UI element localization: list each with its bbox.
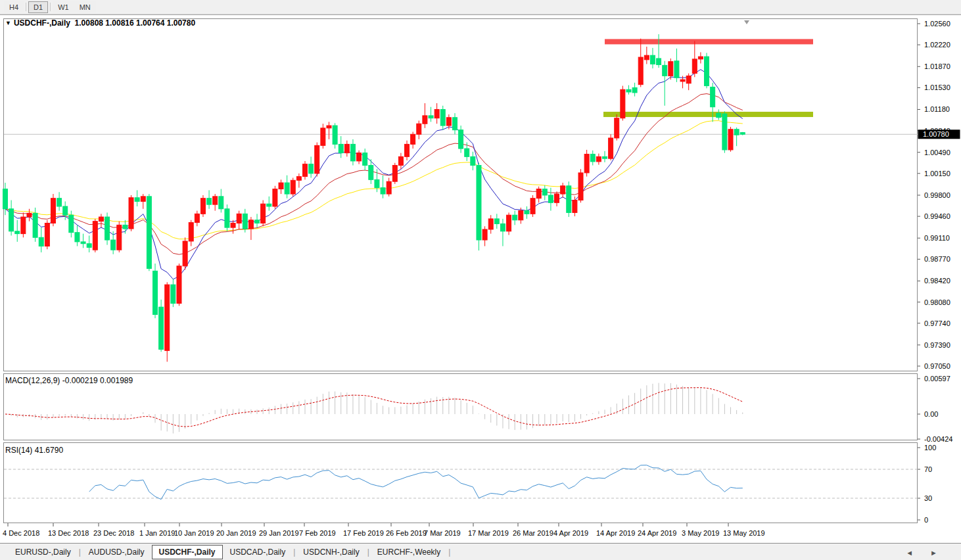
candle-body (296, 177, 301, 181)
candle[interactable] (303, 161, 308, 179)
time-axis-label: 4 Apr 2019 (553, 529, 588, 537)
price-axis-label: 1.00150 (924, 170, 950, 177)
candle[interactable] (51, 194, 55, 226)
candle-body (183, 241, 187, 266)
candle-body (590, 154, 595, 162)
candle-body (555, 194, 559, 202)
tab-usdcnh-daily[interactable]: USDCNH-,Daily (296, 545, 366, 559)
candle[interactable] (315, 143, 319, 177)
timeframe-button-h4[interactable]: H4 (4, 1, 24, 13)
candle-body (621, 89, 625, 118)
candle[interactable] (705, 53, 709, 88)
candle-body (15, 231, 20, 234)
price-axis-label: 1.02560 (924, 20, 950, 28)
candle[interactable] (615, 114, 619, 141)
candle[interactable] (177, 264, 181, 306)
candle[interactable] (45, 220, 49, 249)
rsi-axis[interactable]: 10070300 (918, 444, 936, 524)
scroll-left-icon[interactable]: ◄ (906, 549, 930, 557)
timeframe-button-w1[interactable]: W1 (53, 1, 74, 13)
price-axis[interactable]: 1.025601.022201.018701.015301.011801.008… (918, 20, 950, 370)
tab-audusd-daily[interactable]: AUDUSD-,Daily (82, 545, 152, 559)
candle-body (9, 209, 14, 231)
candle-body (398, 156, 403, 165)
candle[interactable] (392, 163, 397, 184)
candle[interactable] (477, 163, 481, 250)
time-axis-label: 23 Dec 2018 (93, 529, 134, 537)
time-axis-label: 29 Jan 2019 (259, 529, 299, 537)
candle-body (387, 181, 391, 194)
macd-axis[interactable]: 0.005970.00-0.00424 (918, 375, 952, 443)
candle[interactable] (165, 282, 170, 362)
candle-body (357, 153, 362, 161)
time-axis[interactable]: 4 Dec 201813 Dec 201823 Dec 20181 Jan 20… (3, 523, 765, 537)
tab-usdcad-daily[interactable]: USDCAD-,Daily (223, 545, 293, 559)
candle[interactable] (200, 195, 205, 217)
candle-body (525, 211, 529, 214)
resistance-line[interactable] (605, 39, 813, 44)
candle[interactable] (93, 219, 97, 252)
candle-body (459, 130, 463, 149)
candle-body (482, 229, 487, 240)
candle[interactable] (722, 111, 727, 152)
tab-scroll-arrows[interactable]: ◄► (906, 549, 954, 557)
scroll-right-icon[interactable]: ► (930, 549, 954, 557)
candle[interactable] (159, 300, 164, 352)
chart-canvas[interactable]: 1.025601.022201.018701.015301.011801.008… (0, 15, 961, 544)
chart-symbol-label: USDCHF-,Daily (14, 18, 70, 28)
candle[interactable] (273, 186, 277, 209)
candle-body (423, 116, 427, 124)
candle[interactable] (183, 237, 187, 269)
tab-separator: | (293, 548, 295, 557)
time-axis-label: 7 Feb 2019 (299, 529, 336, 537)
macd-axis-label: -0.00424 (924, 435, 952, 443)
candle[interactable] (153, 264, 158, 318)
chart-window[interactable]: ▼USDCHF-,Daily 1.00808 1.00816 1.00764 1… (0, 14, 961, 543)
tab-separator: | (367, 548, 369, 557)
candle[interactable] (291, 177, 295, 196)
macd-pane[interactable] (4, 374, 918, 440)
candle-body (536, 189, 541, 198)
price-axis-label: 0.99460 (924, 212, 950, 220)
timeframe-button-d1[interactable]: D1 (28, 1, 48, 13)
candle-body (603, 156, 607, 158)
candle[interactable] (105, 212, 110, 245)
candle-body (668, 62, 673, 76)
time-axis-label: 7 Mar 2019 (424, 529, 461, 537)
tab-eurchf-weekly[interactable]: EURCHF-,Weekly (370, 545, 448, 559)
rsi-axis-label: 70 (924, 465, 932, 473)
candle-body (285, 183, 289, 194)
tab-eurusd-daily[interactable]: EURUSD-,Daily (8, 545, 78, 559)
main-price-pane[interactable] (4, 19, 918, 371)
tab-usdchf-daily[interactable]: USDCHF-,Daily (152, 545, 223, 559)
support-line[interactable] (603, 112, 813, 117)
rsi-axis-label: 100 (924, 444, 936, 452)
candle[interactable] (117, 222, 122, 252)
candle[interactable] (578, 169, 583, 202)
candle[interactable] (261, 200, 266, 227)
candle-body (363, 153, 367, 166)
price-axis-label: 0.97050 (924, 362, 950, 370)
timeframe-button-mn[interactable]: MN (74, 1, 96, 13)
candle[interactable] (609, 134, 613, 160)
price-axis-label: 1.01530 (924, 83, 950, 91)
macd-name: MACD(12,26,9) (5, 376, 60, 385)
candle-body (171, 285, 176, 303)
candle-body (405, 144, 410, 156)
collapse-arrow-icon[interactable]: ▼ (5, 20, 11, 26)
candle-body (153, 271, 158, 314)
candle-body (279, 183, 283, 189)
candle[interactable] (129, 195, 133, 231)
candle[interactable] (147, 194, 151, 271)
candle-body (123, 225, 128, 229)
candle[interactable] (530, 195, 535, 217)
candle-body (494, 219, 499, 224)
candle-body (261, 204, 266, 223)
candle[interactable] (459, 126, 463, 153)
candle-body (141, 197, 145, 202)
candle[interactable] (621, 86, 625, 121)
candle[interactable] (728, 127, 733, 152)
candle-body (674, 61, 679, 78)
price-axis-label: 0.98420 (924, 277, 950, 285)
candle[interactable] (567, 181, 571, 217)
